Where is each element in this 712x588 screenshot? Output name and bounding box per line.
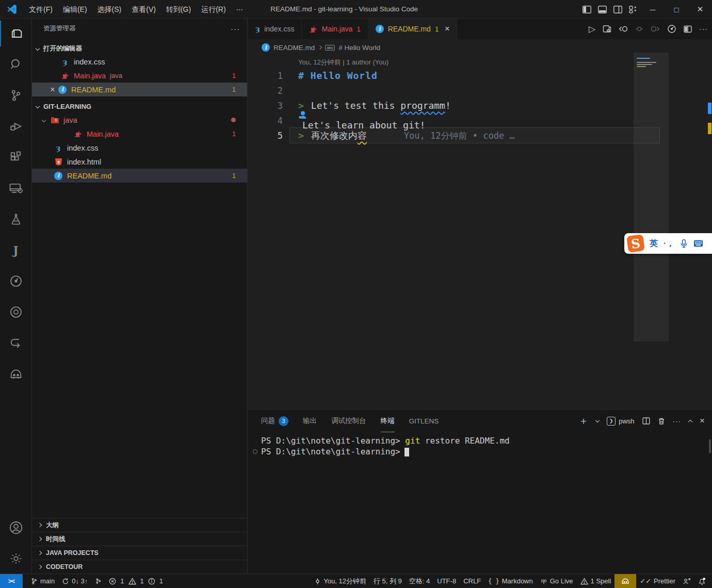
extensions-icon[interactable] bbox=[0, 144, 31, 170]
tree-file-main-java[interactable]: Main.java 1 bbox=[32, 127, 247, 141]
indentation[interactable]: 空格: 4 bbox=[406, 576, 433, 587]
live-server-icon[interactable] bbox=[0, 299, 31, 325]
gitlens-graph-icon[interactable] bbox=[667, 24, 676, 34]
panel-tab-terminal[interactable]: 终端 bbox=[381, 410, 395, 432]
maximize-panel-icon[interactable] bbox=[688, 420, 692, 424]
sogou-logo-icon[interactable]: S bbox=[626, 234, 645, 253]
panel-tab-debug-console[interactable]: 调试控制台 bbox=[331, 410, 366, 432]
close-tab-icon[interactable]: × bbox=[445, 24, 449, 34]
sync-indicator[interactable]: 0↓ 3↑ bbox=[58, 576, 91, 587]
toggle-panel-icon[interactable] bbox=[594, 3, 610, 16]
java-extension-icon[interactable]: J bbox=[0, 237, 31, 263]
terminal-profile[interactable]: ❯ pwsh bbox=[607, 417, 634, 426]
codelens-authors[interactable]: You, 12分钟前 | 1 author (You) bbox=[298, 58, 389, 67]
feedback-icon[interactable] bbox=[679, 576, 694, 587]
remote-explorer-icon[interactable] bbox=[0, 175, 31, 201]
menu-more[interactable]: ⋯ bbox=[231, 3, 249, 16]
tree-file-index-html[interactable]: 5 index.html bbox=[32, 155, 247, 169]
menu-edit[interactable]: 编辑(E) bbox=[58, 3, 92, 16]
menu-file[interactable]: 文件(F) bbox=[24, 3, 58, 16]
tree-folder-java[interactable]: java bbox=[32, 113, 247, 127]
section-java-projects[interactable]: JAVA PROJECTS bbox=[32, 546, 247, 560]
remote-indicator[interactable]: >< bbox=[0, 574, 23, 588]
run-button-icon[interactable]: ▷ bbox=[589, 24, 595, 35]
branch-indicator[interactable]: main bbox=[27, 576, 58, 587]
close-editor-icon[interactable]: × bbox=[47, 85, 58, 94]
account-icon[interactable] bbox=[0, 515, 31, 541]
close-panel-icon[interactable]: × bbox=[700, 416, 705, 426]
open-editor-index-css[interactable]: ȝ index.css bbox=[32, 55, 247, 69]
ime-keyboard-icon[interactable] bbox=[693, 240, 703, 247]
open-editor-main-java[interactable]: Main.java java 1 bbox=[32, 69, 247, 83]
workspace-root-header[interactable]: GIT-LEARNING bbox=[32, 100, 247, 113]
ai-assistant-badge[interactable] bbox=[614, 574, 636, 588]
breadcrumb-symbol[interactable]: # Hello World bbox=[338, 44, 380, 52]
menu-run[interactable]: 运行(R) bbox=[196, 3, 231, 16]
prettier-indicator[interactable]: ✓✓ Prettier bbox=[636, 576, 679, 587]
panel-tab-output[interactable]: 输出 bbox=[303, 410, 317, 432]
go-live-button[interactable]: Go Live bbox=[537, 576, 577, 587]
markdown-preview-icon[interactable] bbox=[603, 25, 611, 33]
ime-punctuation[interactable]: ·， bbox=[664, 238, 674, 249]
gitlens-icon[interactable] bbox=[0, 268, 31, 294]
terminal-scrollbar[interactable] bbox=[709, 439, 711, 453]
split-terminal-icon[interactable] bbox=[642, 417, 650, 424]
tab-index-css[interactable]: ȝ index.css bbox=[248, 19, 302, 39]
new-terminal-icon[interactable]: ＋ bbox=[578, 414, 588, 428]
panel-more-actions-icon[interactable]: ··· bbox=[673, 417, 682, 425]
toggle-sidebar-icon[interactable] bbox=[579, 3, 594, 16]
change-icon[interactable] bbox=[636, 25, 643, 32]
breadcrumb-file[interactable]: README.md bbox=[273, 44, 315, 52]
toggle-secondary-sidebar-icon[interactable] bbox=[610, 3, 625, 16]
terminal-dropdown-icon[interactable] bbox=[595, 418, 600, 422]
eol-sequence[interactable]: CRLF bbox=[460, 576, 484, 587]
tab-readme-md[interactable]: i README.md 1 × bbox=[368, 19, 458, 39]
ime-microphone-icon[interactable] bbox=[680, 239, 688, 248]
source-control-icon[interactable] bbox=[0, 83, 31, 108]
editor-more-actions-icon[interactable]: ··· bbox=[699, 25, 708, 33]
problems-indicator[interactable]: 1 1 1 bbox=[105, 576, 167, 587]
gitlens-status-icon[interactable] bbox=[91, 576, 105, 587]
minimap-slider[interactable] bbox=[634, 53, 669, 341]
ime-language-mode[interactable]: 英 bbox=[650, 238, 658, 249]
section-codetour[interactable]: CODETOUR bbox=[32, 560, 247, 574]
tab-main-java[interactable]: Main.java 1 bbox=[302, 19, 368, 39]
notifications-bell-icon[interactable] bbox=[694, 576, 712, 587]
menu-view[interactable]: 查看(V) bbox=[126, 3, 161, 16]
close-button[interactable]: ✕ bbox=[688, 0, 712, 19]
language-mode[interactable]: { } Markdown bbox=[484, 576, 537, 587]
prev-change-icon[interactable] bbox=[619, 25, 628, 32]
run-debug-icon[interactable] bbox=[0, 113, 31, 139]
sidebar-more-actions-icon[interactable]: ··· bbox=[231, 24, 240, 33]
search-icon[interactable] bbox=[0, 52, 31, 77]
explorer-icon[interactable] bbox=[0, 21, 31, 46]
panel-tab-problems[interactable]: 问题 3 bbox=[261, 410, 288, 432]
menu-goto[interactable]: 转到(G) bbox=[161, 3, 196, 16]
cursor-position[interactable]: 行 5, 列 9 bbox=[370, 576, 406, 587]
customize-layout-icon[interactable] bbox=[625, 3, 641, 16]
code-area[interactable]: You, 12分钟前 | 1 author (You) 1 # Hello Wo… bbox=[248, 56, 712, 409]
tree-file-readme-md[interactable]: i README.md 1 bbox=[32, 169, 247, 183]
spell-checker[interactable]: 1 Spell bbox=[577, 576, 615, 587]
encoding[interactable]: UTF-8 bbox=[433, 576, 460, 587]
panel-tab-gitlens[interactable]: GITLENS bbox=[409, 410, 439, 432]
testing-icon[interactable] bbox=[0, 206, 31, 232]
tree-file-index-css[interactable]: ȝ index.css bbox=[32, 141, 247, 155]
editor-scrollbar[interactable] bbox=[704, 56, 712, 409]
docker-assist-icon[interactable] bbox=[0, 361, 31, 387]
command-decoration-icon[interactable] bbox=[253, 449, 257, 454]
open-editor-readme-md[interactable]: × i README.md 1 bbox=[32, 83, 247, 96]
section-outline[interactable]: 大纲 bbox=[32, 518, 247, 532]
maximize-button[interactable]: □ bbox=[665, 0, 688, 19]
blame-indicator[interactable]: You, 12分钟前 bbox=[311, 576, 370, 587]
open-editors-header[interactable]: 打开的编辑器 bbox=[32, 42, 247, 55]
next-change-icon[interactable] bbox=[650, 25, 660, 32]
codetour-icon[interactable] bbox=[0, 330, 31, 356]
terminal[interactable]: PS D:\git\note\git-learning> git restore… bbox=[248, 435, 712, 574]
kill-terminal-icon[interactable] bbox=[658, 417, 665, 425]
settings-gear-icon[interactable] bbox=[0, 546, 31, 571]
section-timeline[interactable]: 时间线 bbox=[32, 532, 247, 546]
split-editor-icon[interactable] bbox=[684, 25, 692, 33]
minimize-button[interactable]: ─ bbox=[641, 0, 665, 19]
menu-selection[interactable]: 选择(S) bbox=[92, 3, 127, 16]
